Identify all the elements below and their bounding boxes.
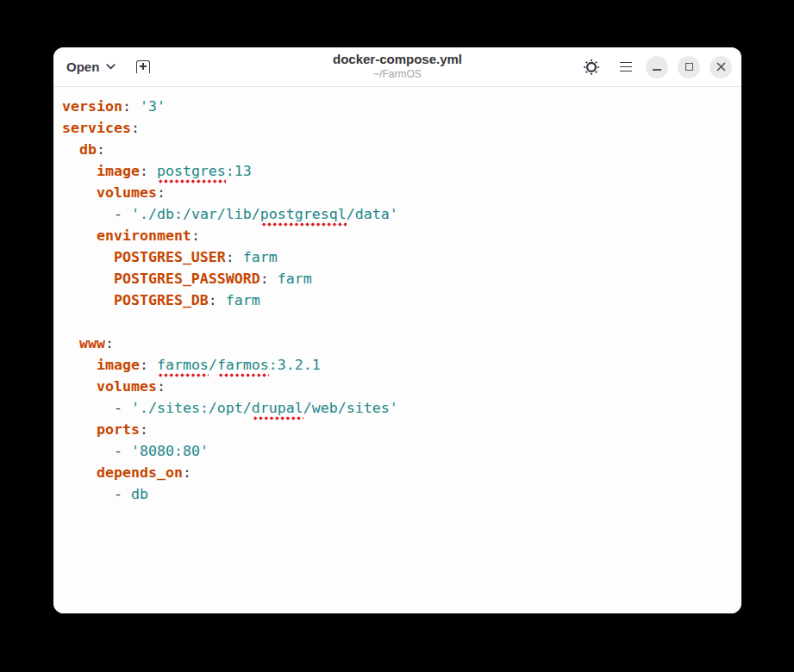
headerbar-left: Open (53, 59, 150, 74)
open-button-label: Open (66, 59, 99, 74)
misspelled-word: postgres (157, 163, 226, 184)
maximize-icon (685, 63, 693, 71)
close-button[interactable] (710, 56, 732, 78)
hamburger-menu-icon (620, 62, 632, 72)
code-line (62, 311, 733, 333)
code-line: - './sites:/opt/drupal/web/sites' (62, 397, 733, 419)
new-tab-button[interactable] (136, 60, 150, 73)
minimize-icon (653, 69, 661, 71)
misspelled-word: farmos (217, 357, 269, 377)
code-line: - './db:/var/lib/postgresql/data' (62, 203, 733, 225)
code-line: POSTGRES_PASSWORD: farm (62, 268, 733, 289)
code-line: image: postgres:13 (62, 160, 733, 182)
code-line: depends_on: (62, 462, 733, 483)
code-line: image: farmos/farmos:3.2.1 (62, 354, 733, 376)
text-editor-window: Open docker-compose.yml ~/FarmOS (53, 47, 741, 613)
code-line: db: (62, 139, 733, 160)
main-menu-button[interactable] (616, 57, 636, 78)
close-icon (716, 62, 726, 72)
misspelled-word: postgresql (260, 206, 347, 227)
minimize-button[interactable] (646, 56, 668, 78)
code-line: www: (62, 333, 733, 354)
code-line: services: (62, 117, 733, 139)
window-title: docker-compose.yml (333, 52, 462, 68)
settings-button[interactable] (581, 57, 602, 78)
window-title-block: docker-compose.yml ~/FarmOS (333, 52, 462, 81)
code-line: - '8080:80' (62, 440, 733, 462)
code-line: volumes: (62, 182, 733, 203)
code-line: POSTGRES_USER: farm (62, 246, 733, 268)
headerbar-right (581, 56, 741, 78)
code-line: - db (62, 483, 733, 505)
window-subtitle: ~/FarmOS (333, 68, 462, 81)
gear-icon (584, 59, 599, 75)
code-line: ports: (62, 419, 733, 440)
chevron-down-icon (106, 64, 116, 70)
code-line: version: '3' (62, 96, 733, 117)
maximize-button[interactable] (678, 56, 700, 78)
editor[interactable]: version: '3'services: db: image: postgre… (53, 87, 741, 613)
code-line: environment: (62, 225, 733, 246)
open-button[interactable]: Open (66, 59, 116, 74)
code-line: volumes: (62, 376, 733, 397)
headerbar: Open docker-compose.yml ~/FarmOS (53, 47, 741, 87)
code-line: POSTGRES_DB: farm (62, 289, 733, 311)
misspelled-word: farmos (157, 357, 209, 377)
misspelled-word: drupal (252, 400, 303, 420)
